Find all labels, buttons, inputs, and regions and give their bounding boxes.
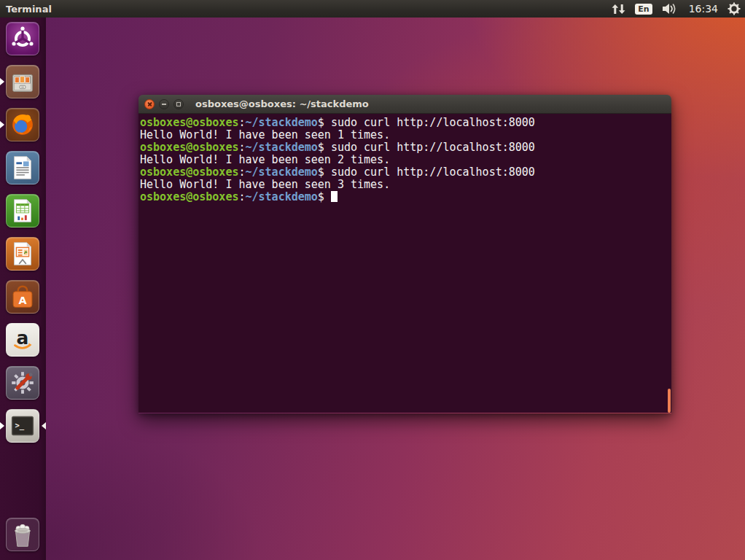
keyboard-layout-indicator[interactable]: En: [635, 4, 652, 15]
ubuntu-software-icon: A: [7, 280, 39, 314]
launcher-item-dash[interactable]: [6, 22, 39, 55]
launcher-item-impress[interactable]: [6, 237, 39, 271]
window-title: osboxes@osboxes: ~/stackdemo: [195, 98, 369, 109]
amazon-a-glyph: a: [17, 327, 29, 349]
terminal-line: osboxes@osboxes:~/stackdemo$ sudo curl h…: [140, 166, 670, 179]
software-a-glyph: A: [18, 295, 27, 306]
trash-icon: [7, 518, 39, 551]
terminal-line: osboxes@osboxes:~/stackdemo$ sudo curl h…: [140, 117, 670, 129]
running-indicator-arrow: [0, 78, 4, 85]
maximize-icon: [176, 102, 181, 106]
launcher-item-files[interactable]: [6, 65, 39, 98]
scrollbar-thumb[interactable]: [668, 389, 671, 413]
session-gear-icon[interactable]: [728, 2, 741, 15]
terminal-content[interactable]: osboxes@osboxes:~/stackdemo$ sudo curl h…: [139, 114, 671, 413]
amazon-icon: a: [7, 323, 39, 357]
unity-launcher: A a: [0, 18, 46, 560]
top-panel: Terminal En 16:34: [0, 0, 745, 18]
launcher-item-trash[interactable]: [6, 518, 39, 551]
terminal-prompt-line: osboxes@osboxes:~/stackdemo$: [140, 191, 670, 203]
text-entry-arrows-icon[interactable]: [612, 4, 625, 15]
libreoffice-calc-icon: [7, 194, 39, 228]
libreoffice-impress-icon: [7, 237, 39, 271]
volume-icon[interactable]: [662, 3, 679, 15]
clock[interactable]: 16:34: [689, 3, 718, 15]
terminal-line: Hello World! I have been seen 1 times.: [140, 129, 670, 141]
ubuntu-dash-icon: [7, 22, 39, 55]
launcher-item-firefox[interactable]: [6, 108, 39, 141]
terminal-prompt-glyph: >_: [15, 421, 24, 430]
launcher-item-calc[interactable]: [6, 194, 39, 228]
focused-indicator-arrow: [42, 422, 46, 429]
minimize-button[interactable]: [159, 99, 169, 109]
terminal-cursor: [331, 191, 338, 202]
launcher-item-terminal[interactable]: >_: [6, 409, 39, 443]
system-tray: En 16:34: [612, 2, 741, 15]
launcher-item-software[interactable]: A: [6, 280, 39, 314]
maximize-button[interactable]: [173, 99, 184, 109]
active-app-title: Terminal: [6, 4, 52, 15]
terminal-line: osboxes@osboxes:~/stackdemo$ sudo curl h…: [140, 141, 670, 154]
terminal-window: osboxes@osboxes: ~/stackdemo osboxes@osb…: [139, 95, 671, 413]
libreoffice-writer-icon: [7, 151, 39, 184]
launcher-item-settings[interactable]: [6, 366, 39, 400]
close-button[interactable]: [144, 99, 155, 109]
terminal-line: Hello World! I have been seen 3 times.: [140, 179, 670, 191]
minimize-icon: [162, 104, 166, 105]
running-indicator-arrow: [0, 422, 4, 429]
running-indicator-arrow: [0, 121, 4, 128]
window-titlebar[interactable]: osboxes@osboxes: ~/stackdemo: [139, 95, 671, 114]
launcher-item-amazon[interactable]: a: [6, 323, 39, 357]
firefox-icon: [7, 108, 39, 141]
files-icon: [7, 65, 39, 98]
system-settings-icon: [7, 366, 39, 400]
terminal-line: Hello World! I have been seen 2 times.: [140, 154, 670, 166]
launcher-item-writer[interactable]: [6, 151, 39, 184]
terminal-icon: >_: [7, 409, 39, 443]
